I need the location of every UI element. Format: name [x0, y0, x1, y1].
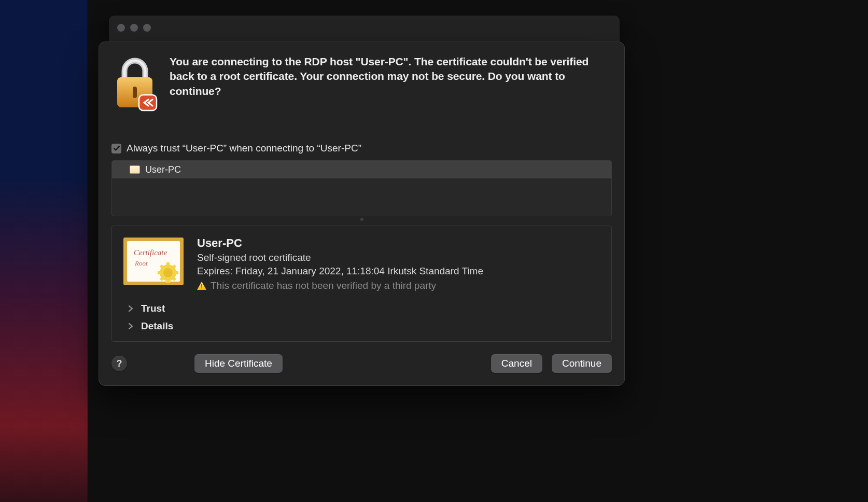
always-trust-checkbox[interactable] — [111, 144, 121, 154]
certificate-name: User-PC — [197, 236, 601, 250]
certificate-expires: Expires: Friday, 21 January 2022, 11:18:… — [197, 266, 601, 277]
svg-point-14 — [163, 268, 173, 277]
cancel-button[interactable]: Cancel — [491, 354, 542, 373]
chevron-right-icon — [128, 323, 134, 329]
disclosure-trust[interactable]: Trust — [128, 303, 601, 314]
certificate-warning: This certificate has not been verified b… — [211, 280, 436, 291]
certificate-kind: Self-signed root certificate — [197, 252, 601, 263]
certificate-details-panel: Certificate Root User-PC — [111, 226, 612, 342]
certificate-chain-item[interactable]: User-PC — [112, 161, 611, 178]
svg-text:Root: Root — [134, 259, 148, 267]
desktop-wallpaper — [0, 0, 88, 502]
svg-rect-2 — [133, 87, 137, 98]
always-trust-label: Always trust “User-PC” when connecting t… — [127, 143, 361, 154]
dialog-message: You are connecting to the RDP host "User… — [170, 54, 612, 111]
disclosure-details[interactable]: Details — [128, 320, 601, 332]
certificate-large-icon: Certificate Root — [122, 236, 185, 289]
certificate-chain-list[interactable]: User-PC — [111, 160, 612, 216]
svg-text:Certificate: Certificate — [134, 248, 167, 257]
certificate-chain-item-name: User-PC — [145, 164, 181, 175]
window-traffic-lights — [117, 24, 151, 32]
parent-window-titlebar — [109, 16, 620, 41]
help-button[interactable]: ? — [111, 356, 127, 371]
close-window-button[interactable] — [117, 24, 125, 32]
certificate-verify-dialog: You are connecting to the RDP host "User… — [99, 41, 625, 386]
split-resize-handle[interactable] — [111, 216, 612, 226]
zoom-window-button[interactable] — [143, 24, 151, 32]
chevron-right-icon — [128, 305, 134, 312]
warning-icon: ! — [197, 282, 206, 290]
minimize-window-button[interactable] — [130, 24, 138, 32]
disclosure-details-label: Details — [141, 320, 173, 332]
continue-button[interactable]: Continue — [552, 354, 612, 373]
hide-certificate-button[interactable]: Hide Certificate — [194, 354, 283, 373]
disclosure-trust-label: Trust — [141, 303, 165, 314]
lock-icon — [111, 54, 158, 111]
certificate-icon — [130, 165, 140, 174]
